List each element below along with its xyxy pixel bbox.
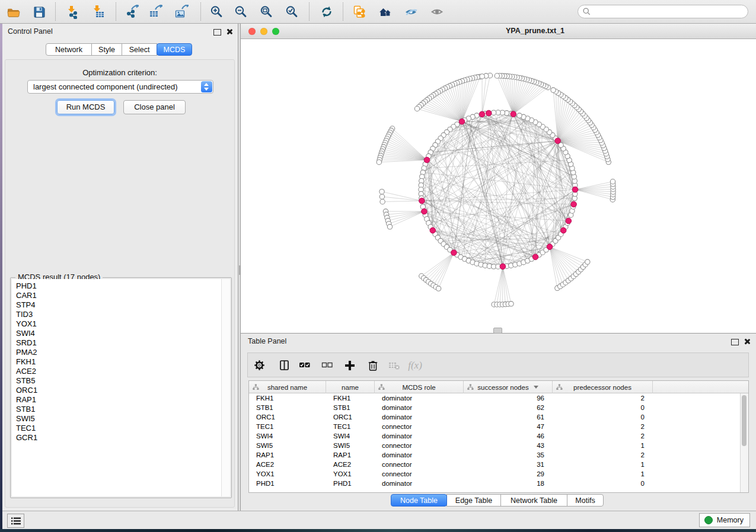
mcds-hub-node[interactable] bbox=[430, 227, 436, 233]
export-network-icon[interactable] bbox=[122, 2, 142, 21]
column-header-name[interactable]: name bbox=[326, 381, 375, 393]
mcds-hub-node[interactable] bbox=[486, 110, 492, 116]
tab-network[interactable]: Network bbox=[46, 43, 92, 56]
network-node[interactable] bbox=[509, 302, 513, 306]
mcds-result-item[interactable]: ORC1 bbox=[12, 386, 230, 395]
mcds-result-item[interactable]: PHD1 bbox=[12, 281, 230, 291]
import-table-icon[interactable] bbox=[88, 2, 109, 21]
close-window-traffic-light[interactable] bbox=[248, 28, 256, 35]
tab-edge-table[interactable]: Edge Table bbox=[446, 494, 501, 507]
table-row[interactable]: RAP1RAP1dominator352 bbox=[249, 450, 748, 460]
mcds-hub-node[interactable] bbox=[572, 187, 578, 193]
table-row[interactable]: PHD1PHD1dominator180 bbox=[249, 479, 748, 488]
mcds-result-item[interactable]: SWI5 bbox=[12, 414, 230, 424]
search-input[interactable] bbox=[594, 7, 748, 17]
mcds-hub-node[interactable] bbox=[560, 227, 566, 233]
network-node[interactable] bbox=[379, 194, 384, 199]
mcds-result-item[interactable]: YOX1 bbox=[12, 319, 230, 329]
table-row[interactable]: SWI5SWI5connector431 bbox=[249, 441, 748, 450]
mcds-hub-node[interactable] bbox=[511, 111, 516, 117]
export-table-icon[interactable] bbox=[145, 2, 165, 21]
mcds-result-item[interactable]: STB1 bbox=[12, 405, 230, 414]
network-canvas[interactable] bbox=[241, 39, 756, 333]
table-scrollbar-thumb[interactable] bbox=[742, 395, 747, 446]
first-neighbors-icon[interactable] bbox=[375, 2, 395, 21]
mcds-hub-node[interactable] bbox=[424, 157, 430, 163]
tab-mcds[interactable]: MCDS bbox=[157, 43, 192, 56]
network-node[interactable] bbox=[480, 74, 484, 79]
network-node[interactable] bbox=[495, 73, 499, 78]
table-scrollbar[interactable] bbox=[740, 393, 748, 492]
mcds-hub-node[interactable] bbox=[500, 264, 506, 270]
tab-select[interactable]: Select bbox=[122, 43, 157, 56]
table-row[interactable]: STB1STB1dominator620 bbox=[249, 403, 748, 412]
table-row[interactable]: ORC1ORC1dominator610 bbox=[249, 412, 748, 422]
column-header-predecessor-nodes[interactable]: predecessor nodes bbox=[553, 381, 653, 393]
criterion-dropdown[interactable]: largest connected component (undirected) bbox=[27, 80, 213, 94]
hide-selected-icon[interactable] bbox=[401, 2, 421, 21]
table-row[interactable]: TEC1TEC1connector472 bbox=[249, 422, 748, 431]
zoom-selected-icon[interactable] bbox=[282, 2, 302, 21]
float-panel-icon[interactable] bbox=[213, 29, 221, 36]
mcds-result-item[interactable]: GCR1 bbox=[12, 433, 230, 443]
table-row[interactable]: FKH1FKH1dominator962 bbox=[249, 393, 748, 403]
mcds-hub-node[interactable] bbox=[479, 111, 485, 117]
table-row[interactable]: YOX1YOX1connector291 bbox=[249, 469, 748, 479]
splitter-grip[interactable] bbox=[239, 265, 240, 275]
minimize-window-traffic-light[interactable] bbox=[260, 28, 267, 35]
save-icon[interactable] bbox=[29, 2, 49, 21]
import-network-icon[interactable] bbox=[63, 2, 83, 21]
mcds-result-list[interactable]: PHD1CAR1STP4TID3YOX1SWI4SRD1PMA2FKH1ACE2… bbox=[12, 279, 230, 496]
gear-icon[interactable] bbox=[251, 357, 268, 374]
select-all-icon[interactable] bbox=[296, 357, 313, 374]
table-row[interactable]: ACE2ACE2connector311 bbox=[249, 460, 748, 469]
mcds-result-item[interactable]: SRD1 bbox=[12, 338, 230, 348]
column-header-MCDS-role[interactable]: MCDS role bbox=[375, 381, 464, 393]
network-node[interactable] bbox=[436, 286, 441, 291]
search-box[interactable] bbox=[578, 5, 748, 18]
mcds-result-item[interactable]: STB5 bbox=[12, 376, 230, 386]
network-node[interactable] bbox=[414, 106, 419, 111]
zoom-out-icon[interactable] bbox=[231, 2, 251, 21]
show-all-icon[interactable] bbox=[427, 2, 447, 21]
add-icon[interactable] bbox=[342, 357, 358, 374]
mcds-hub-node[interactable] bbox=[532, 254, 538, 260]
mcds-result-item[interactable]: PMA2 bbox=[12, 348, 230, 357]
mcds-hub-node[interactable] bbox=[547, 244, 553, 250]
mcds-result-item[interactable]: FKH1 bbox=[12, 357, 230, 367]
mcds-hub-node[interactable] bbox=[451, 250, 457, 256]
refresh-icon[interactable] bbox=[317, 2, 337, 21]
export-image-icon[interactable] bbox=[171, 2, 192, 21]
mcds-result-item[interactable]: TEC1 bbox=[12, 424, 230, 433]
mcds-result-item[interactable]: STP4 bbox=[12, 300, 230, 310]
function-icon[interactable]: f(x) bbox=[407, 357, 423, 374]
run-mcds-button[interactable]: Run MCDS bbox=[57, 100, 114, 114]
split-columns-icon[interactable] bbox=[276, 357, 293, 374]
zoom-fit-icon[interactable] bbox=[256, 2, 276, 21]
network-node[interactable] bbox=[551, 88, 556, 92]
network-node[interactable] bbox=[380, 199, 385, 204]
mcds-result-item[interactable]: ACE2 bbox=[12, 367, 230, 376]
table-row[interactable]: SWI4SWI4dominator462 bbox=[249, 431, 748, 441]
network-graph[interactable] bbox=[241, 39, 756, 333]
network-node[interactable] bbox=[610, 179, 615, 184]
tab-network-table[interactable]: Network Table bbox=[500, 494, 567, 507]
mcds-result-item[interactable]: SWI4 bbox=[12, 329, 230, 338]
mcds-list-scrollbar[interactable] bbox=[221, 279, 230, 496]
delete-table-icon[interactable] bbox=[386, 357, 403, 374]
close-panel-icon[interactable] bbox=[226, 28, 232, 35]
mcds-hub-node[interactable] bbox=[555, 138, 561, 144]
mcds-hub-node[interactable] bbox=[419, 198, 425, 204]
mcds-result-item[interactable]: TID3 bbox=[12, 310, 230, 319]
network-node[interactable] bbox=[492, 110, 496, 115]
column-header-shared-name[interactable]: shared name bbox=[249, 381, 326, 393]
network-node[interactable] bbox=[379, 189, 384, 194]
mcds-hub-node[interactable] bbox=[566, 218, 572, 224]
duplicate-network-icon[interactable] bbox=[349, 2, 369, 21]
tab-node-table[interactable]: Node Table bbox=[391, 494, 447, 507]
mcds-result-item[interactable]: CAR1 bbox=[12, 291, 230, 300]
zoom-in-icon[interactable] bbox=[206, 2, 227, 21]
close-panel-button[interactable]: Close panel bbox=[123, 100, 186, 114]
table-float-icon[interactable] bbox=[731, 339, 739, 345]
mcds-hub-node[interactable] bbox=[571, 201, 577, 207]
